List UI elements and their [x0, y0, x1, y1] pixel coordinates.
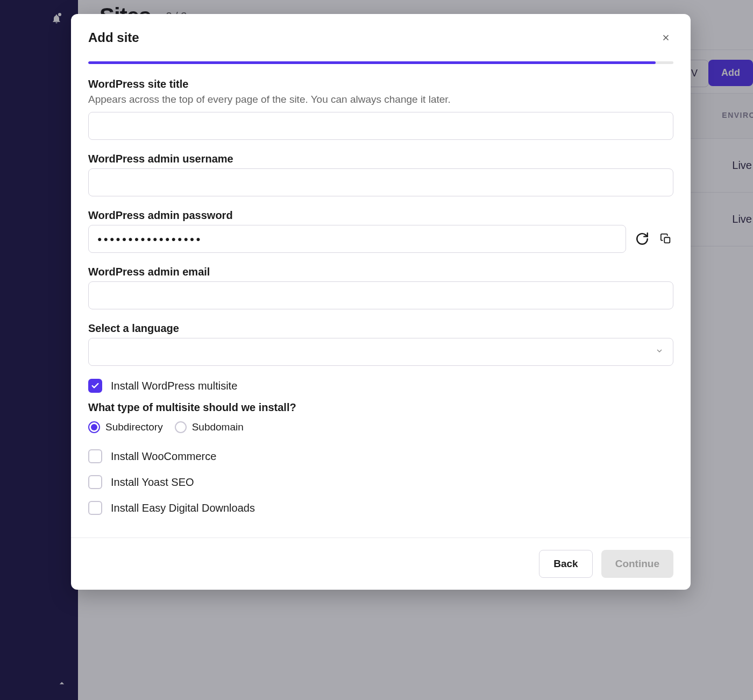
- woocommerce-label: Install WooCommerce: [111, 450, 216, 463]
- admin-password-input[interactable]: [88, 225, 626, 253]
- multisite-label: Install WordPress multisite: [111, 380, 237, 392]
- subdirectory-label: Subdirectory: [105, 421, 163, 433]
- svg-rect-0: [664, 237, 670, 243]
- admin-username-label: WordPress admin username: [88, 153, 673, 165]
- close-icon[interactable]: [658, 30, 673, 45]
- add-site-modal: Add site WordPress site title Appears ac…: [71, 14, 691, 590]
- modal-title: Add site: [88, 30, 139, 45]
- admin-username-input[interactable]: [88, 168, 673, 196]
- site-title-help: Appears across the top of every page of …: [88, 94, 673, 105]
- yoast-checkbox[interactable]: [88, 475, 102, 489]
- subdirectory-radio[interactable]: [88, 421, 100, 433]
- admin-email-input[interactable]: [88, 281, 673, 309]
- admin-password-label: WordPress admin password: [88, 209, 673, 222]
- language-label: Select a language: [88, 322, 673, 335]
- multisite-checkbox[interactable]: [88, 379, 102, 393]
- site-title-label: WordPress site title: [88, 78, 673, 90]
- edd-checkbox[interactable]: [88, 501, 102, 515]
- edd-label: Install Easy Digital Downloads: [111, 502, 255, 514]
- yoast-label: Install Yoast SEO: [111, 476, 194, 489]
- continue-button[interactable]: Continue: [601, 550, 673, 578]
- multisite-question: What type of multisite should we install…: [88, 401, 673, 414]
- subdomain-label: Subdomain: [192, 421, 244, 433]
- subdomain-radio[interactable]: [175, 421, 187, 433]
- admin-email-label: WordPress admin email: [88, 266, 673, 278]
- back-button[interactable]: Back: [539, 550, 592, 578]
- regenerate-password-icon[interactable]: [635, 231, 650, 246]
- copy-password-icon[interactable]: [658, 231, 673, 246]
- language-select[interactable]: [88, 338, 673, 366]
- site-title-input[interactable]: [88, 112, 673, 140]
- woocommerce-checkbox[interactable]: [88, 449, 102, 463]
